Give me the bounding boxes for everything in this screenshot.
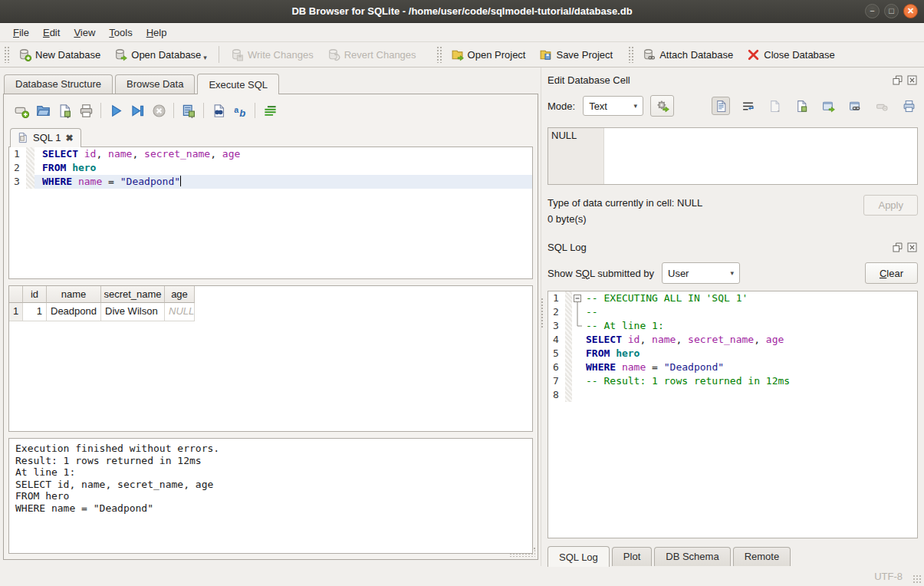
sql-editor-tab[interactable]: SQL 1 ✖ <box>10 128 81 147</box>
chevron-down-icon: ▾ <box>730 269 734 277</box>
word-wrap-icon[interactable] <box>738 97 757 115</box>
table-cell[interactable]: Dive Wilson <box>101 303 165 321</box>
tab-execute-sql[interactable]: Execute SQL <box>197 74 279 94</box>
open-database-button[interactable]: Open Database▾ <box>107 45 214 64</box>
table-corner-header[interactable] <box>9 286 23 303</box>
execute-current-line-icon[interactable] <box>127 100 147 120</box>
tab-sql-log[interactable]: SQL Log <box>547 546 610 567</box>
open-sql-file-icon[interactable] <box>33 100 53 120</box>
fold-margin <box>26 175 35 189</box>
attach-database-button[interactable]: Attach Database <box>636 45 740 64</box>
revert-changes-button[interactable]: Revert Changes <box>321 45 423 64</box>
close-database-button[interactable]: Close Database <box>740 45 842 64</box>
execute-sql-frame: ab SQL 1 ✖ 1SELECT id, name, secret_name… <box>3 94 538 560</box>
open-external-icon[interactable] <box>819 97 837 115</box>
resize-grip[interactable] <box>912 574 922 584</box>
auto-format-icon[interactable]: ab <box>230 100 250 120</box>
toolbar-separator <box>255 103 255 118</box>
editor-line[interactable]: 1SELECT id, name, secret_name, age <box>9 147 532 161</box>
fold-margin <box>26 147 35 161</box>
tab-database-structure[interactable]: Database Structure <box>4 74 113 94</box>
table-cell[interactable]: 1 <box>23 303 47 321</box>
stop-execution-icon[interactable] <box>149 100 169 120</box>
tab-plot[interactable]: Plot <box>612 547 652 566</box>
toolbar-button-label: Save Project <box>556 49 613 61</box>
export-data-icon[interactable] <box>792 97 811 115</box>
line-number: 2 <box>548 305 565 319</box>
line-number: 7 <box>548 374 565 388</box>
clear-log-button[interactable]: Clear <box>865 262 918 284</box>
fold-marker <box>572 333 584 347</box>
tab-db-schema[interactable]: DB Schema <box>654 547 730 566</box>
log-text: -- Result: 1 rows returned in 12ms <box>584 374 917 388</box>
minimize-button[interactable]: − <box>865 4 880 18</box>
new-database-button[interactable]: New Database <box>12 45 107 64</box>
save-results-icon[interactable] <box>179 100 199 120</box>
column-header-name[interactable]: name <box>47 286 101 303</box>
toolbar-drag-handle[interactable] <box>4 46 9 63</box>
write-changes-button[interactable]: Write Changes <box>224 45 321 64</box>
chevron-down-icon[interactable]: ▾ <box>203 54 207 61</box>
table-cell[interactable]: Deadpond <box>47 303 101 321</box>
panel-splitter[interactable] <box>541 298 544 328</box>
set-null-icon[interactable] <box>873 97 891 115</box>
code-text: SELECT id, name, secret_name, age <box>35 147 532 161</box>
row-header[interactable]: 1 <box>9 303 23 321</box>
text-mode-icon[interactable] <box>712 97 730 115</box>
maximize-button[interactable]: □ <box>884 4 899 18</box>
menu-tools[interactable]: Tools <box>102 25 139 41</box>
new-sql-tab-icon[interactable] <box>12 100 31 120</box>
right-panel: Edit Database Cell Mode: Text ▾ NULL Typ… <box>541 67 924 566</box>
line-number: 8 <box>548 388 565 402</box>
apply-button[interactable]: Apply <box>863 195 918 216</box>
close-tab-icon[interactable]: ✖ <box>65 133 73 143</box>
tab-browse-data[interactable]: Browse Data <box>115 74 195 94</box>
print-sql-icon[interactable] <box>76 100 96 120</box>
toolbar-drag-handle[interactable] <box>436 46 442 63</box>
find-replace-icon[interactable] <box>209 100 229 120</box>
toggle-results-icon[interactable] <box>260 100 280 120</box>
results-table[interactable]: idnamesecret_nameage11DeadpondDive Wilso… <box>8 285 533 432</box>
editor-table-splitter[interactable] <box>8 279 533 285</box>
log-line: 7-- Result: 1 rows returned in 12ms <box>548 374 917 388</box>
log-filter-select[interactable]: User ▾ <box>662 262 740 284</box>
copy-link-icon[interactable] <box>846 97 864 115</box>
save-project-button[interactable]: Save Project <box>532 45 620 64</box>
float-dock-icon[interactable] <box>892 74 903 86</box>
sql-editor-tab-label: SQL 1 <box>33 132 61 143</box>
sql-editor[interactable]: 1SELECT id, name, secret_name, age2FROM … <box>8 146 533 279</box>
toolbar-drag-handle[interactable] <box>628 46 633 63</box>
sql-log-view[interactable]: 1-- EXECUTING ALL IN 'SQL 1'2--3-- At li… <box>547 291 918 538</box>
float-dock-icon[interactable] <box>892 242 903 253</box>
fold-margin <box>565 319 572 333</box>
log-line: 1-- EXECUTING ALL IN 'SQL 1' <box>548 291 917 305</box>
close-button[interactable]: ✕ <box>903 4 918 18</box>
menu-file[interactable]: File <box>6 25 36 41</box>
table-message-splitter[interactable] <box>8 432 533 438</box>
fold-marker <box>572 305 584 319</box>
editor-line[interactable]: 3WHERE name = "Deadpond" <box>9 175 532 189</box>
menu-edit[interactable]: Edit <box>36 25 67 41</box>
log-line: 4SELECT id, name, secret_name, age <box>548 333 917 347</box>
open-project-button[interactable]: Open Project <box>444 45 533 64</box>
column-header-secret_name[interactable]: secret_name <box>101 286 165 303</box>
print-cell-icon[interactable] <box>899 97 918 115</box>
table-cell[interactable]: NULL <box>165 303 195 321</box>
mode-select[interactable]: Text ▾ <box>583 96 643 116</box>
tab-remote[interactable]: Remote <box>733 547 791 566</box>
save-sql-file-icon[interactable] <box>54 100 74 120</box>
import-data-icon[interactable] <box>765 97 784 115</box>
menu-help[interactable]: Help <box>140 25 174 41</box>
edit-cell-title: Edit Database Cell <box>547 74 892 86</box>
close-dock-icon[interactable] <box>906 242 918 253</box>
column-header-age[interactable]: age <box>165 286 195 303</box>
fold-marker[interactable] <box>572 291 584 305</box>
execute-all-icon[interactable] <box>106 100 126 120</box>
menu-view[interactable]: View <box>67 25 102 41</box>
column-header-id[interactable]: id <box>23 286 47 303</box>
fold-marker <box>572 347 584 360</box>
cell-content-editor[interactable]: NULL <box>547 127 918 185</box>
close-dock-icon[interactable] <box>906 74 918 86</box>
auto-apply-button[interactable] <box>650 95 674 117</box>
editor-line[interactable]: 2FROM hero <box>9 161 532 175</box>
